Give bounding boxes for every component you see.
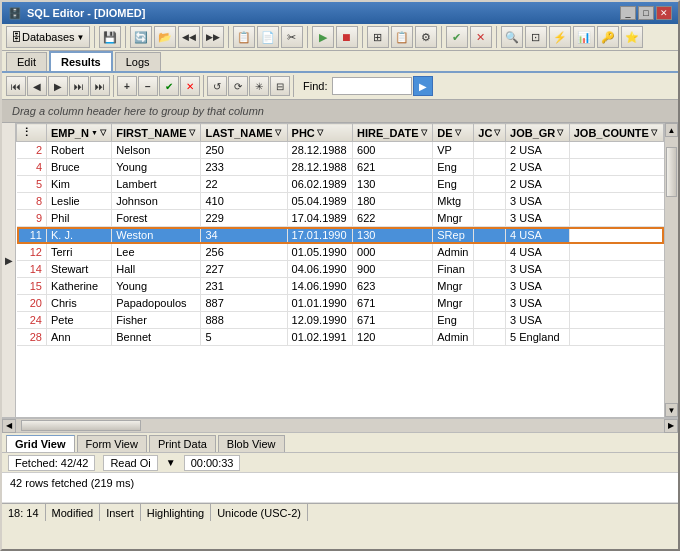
tab-print-data[interactable]: Print Data	[149, 435, 216, 452]
tab-logs[interactable]: Logs	[115, 52, 161, 71]
table-row[interactable]: 2RobertNelson25028.12.1988600VP2 USA	[17, 142, 664, 159]
scroll-down-button[interactable]: ▼	[665, 403, 678, 417]
check-button[interactable]: ✔	[446, 26, 468, 48]
status-encoding: Unicode (USC-2)	[211, 504, 308, 521]
tab-logs-label: Logs	[126, 56, 150, 68]
asterisk-button[interactable]: ✳	[249, 76, 269, 96]
tab-results[interactable]: Results	[49, 51, 113, 71]
col-header-job-count[interactable]: JOB_COUNTE ▽	[569, 124, 663, 142]
maximize-button[interactable]: □	[638, 6, 654, 20]
table-row[interactable]: 9PhilForest22917.04.1989622Mngr3 USA	[17, 210, 664, 227]
extra-button-3[interactable]: 🔑	[597, 26, 619, 48]
table-row[interactable]: 20ChrisPapadopoulos88701.01.1990671Mngr3…	[17, 295, 664, 312]
tab-blob-view[interactable]: Blob View	[218, 435, 285, 452]
extra-button-1[interactable]: ⚡	[549, 26, 571, 48]
table-row[interactable]: 11K. J.Weston3417.01.1990130SRep4 USA	[17, 227, 664, 244]
table-row[interactable]: 4BruceYoung23328.12.1988621Eng2 USA	[17, 159, 664, 176]
extra-button-2[interactable]: 📊	[573, 26, 595, 48]
databases-dropdown[interactable]: 🗄 Databases ▼	[6, 26, 90, 48]
refresh-data-button[interactable]: ↺	[207, 76, 227, 96]
col-header-hire-date[interactable]: HIRE_DATE ▽	[353, 124, 433, 142]
databases-label: Databases	[22, 31, 75, 43]
cell-phc: 250	[201, 142, 287, 159]
col-header-jc[interactable]: JC ▽	[474, 124, 506, 142]
scroll-right-button[interactable]: ▶	[664, 419, 678, 433]
cut-button[interactable]: ✂	[281, 26, 303, 48]
table-row[interactable]: 15KatherineYoung23114.06.1990623Mngr3 US…	[17, 278, 664, 295]
scroll-thumb[interactable]	[666, 147, 677, 197]
cell-hire_date: 17.01.1990	[287, 227, 352, 244]
table-row[interactable]: 12TerriLee25601.05.1990000Admin4 USA	[17, 244, 664, 261]
tab-form-view[interactable]: Form View	[77, 435, 147, 452]
cell-hire_date: 05.04.1989	[287, 193, 352, 210]
form-button[interactable]: 📋	[391, 26, 413, 48]
close-button[interactable]: ✕	[656, 6, 672, 20]
col-header-emp-n[interactable]: EMP_N ▼ ▽	[47, 124, 112, 142]
add-record-button[interactable]: +	[117, 76, 137, 96]
extra-button-4[interactable]: ⭐	[621, 26, 643, 48]
delete-record-button[interactable]: −	[138, 76, 158, 96]
last-record-button[interactable]: ⏭	[69, 76, 89, 96]
cell-phc: 256	[201, 244, 287, 261]
save-button[interactable]: 💾	[99, 26, 121, 48]
cell-job-count: 4 USA	[506, 227, 570, 244]
col-hire-date-label: HIRE_DATE	[357, 127, 419, 139]
row-num-cell: 5	[17, 176, 47, 193]
h-scroll-track[interactable]	[16, 419, 664, 432]
paste-button[interactable]: 📄	[257, 26, 279, 48]
scroll-up-button[interactable]: ▲	[665, 123, 678, 137]
tab-grid-view[interactable]: Grid View	[6, 435, 75, 452]
scroll-track[interactable]	[665, 137, 678, 403]
find-go-button[interactable]: ▶	[413, 76, 433, 96]
table-scroll-area[interactable]: ⋮ EMP_N ▼ ▽ FIRST_NAME	[16, 123, 664, 417]
col-header-job-gr[interactable]: JOB_GR ▽	[506, 124, 570, 142]
col-header-de[interactable]: DE ▽	[433, 124, 474, 142]
cell-job-gr	[474, 210, 506, 227]
copy-button[interactable]: 📋	[233, 26, 255, 48]
run-button[interactable]: ▶	[312, 26, 334, 48]
status-highlighting: Highlighting	[141, 504, 211, 521]
refresh-button[interactable]: 🔄	[130, 26, 152, 48]
filter-button[interactable]: ⊡	[525, 26, 547, 48]
cell-job-count: 3 USA	[506, 193, 570, 210]
table-row[interactable]: 5KimLambert2206.02.1989130Eng2 USA	[17, 176, 664, 193]
cell-first_name: Phil	[47, 210, 112, 227]
search-button[interactable]: 🔍	[501, 26, 523, 48]
tab-edit[interactable]: Edit	[6, 52, 47, 71]
cell-phc: 410	[201, 193, 287, 210]
table-row[interactable]: 24PeteFisher88812.09.1990671Eng3 USA	[17, 312, 664, 329]
prev-record-button[interactable]: ◀	[27, 76, 47, 96]
stop-button[interactable]: ⏹	[336, 26, 358, 48]
table-row[interactable]: 14StewartHall22704.06.1990900Finan3 USA	[17, 261, 664, 278]
discard-button[interactable]: ✕	[180, 76, 200, 96]
find-input[interactable]	[332, 77, 412, 95]
cancel-button-toolbar[interactable]: ✕	[470, 26, 492, 48]
scroll-left-button[interactable]: ◀	[2, 419, 16, 433]
settings-button[interactable]: ⚙	[415, 26, 437, 48]
horizontal-scrollbar[interactable]: ◀ ▶	[2, 418, 678, 432]
open-button[interactable]: 📂	[154, 26, 176, 48]
tab-grid-view-label: Grid View	[15, 438, 66, 450]
h-scroll-thumb[interactable]	[21, 420, 141, 431]
toolbar-separator-5	[362, 26, 363, 48]
app-icon: 🗄️	[8, 7, 22, 20]
nav-button-2[interactable]: ▶▶	[202, 26, 224, 48]
nav-button-1[interactable]: ◀◀	[178, 26, 200, 48]
confirm-button[interactable]: ✔	[159, 76, 179, 96]
first-record-button[interactable]: ⏮	[6, 76, 26, 96]
cell-de: 600	[353, 142, 433, 159]
col-header-phc[interactable]: PHC ▽	[287, 124, 352, 142]
reload-button[interactable]: ⟳	[228, 76, 248, 96]
table-row[interactable]: 28AnnBennet501.02.1991120Admin5 England	[17, 329, 664, 346]
table-row[interactable]: 8LeslieJohnson41005.04.1989180Mktg3 USA	[17, 193, 664, 210]
col-header-first-name[interactable]: FIRST_NAME ▽	[112, 124, 201, 142]
vertical-scrollbar[interactable]: ▲ ▼	[664, 123, 678, 417]
grid-button[interactable]: ⊞	[367, 26, 389, 48]
minimize-button[interactable]: _	[620, 6, 636, 20]
last-plus-button[interactable]: ⏭	[90, 76, 110, 96]
cell-first_name: Stewart	[47, 261, 112, 278]
next-record-button[interactable]: ▶	[48, 76, 68, 96]
window-title: SQL Editor - [DIOMED]	[27, 7, 145, 19]
filter-data-button[interactable]: ⊟	[270, 76, 290, 96]
col-header-last-name[interactable]: LAST_NAME ▽	[201, 124, 287, 142]
